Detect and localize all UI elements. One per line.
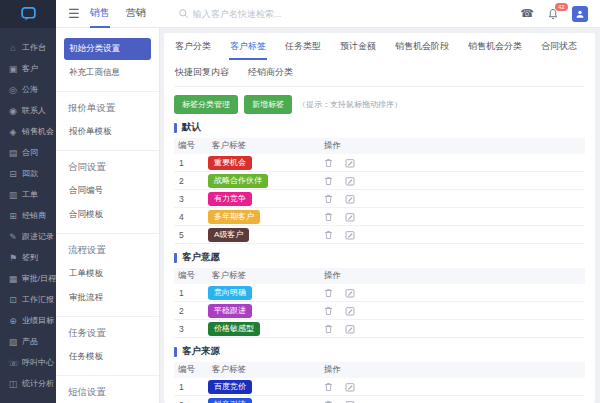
row-operations — [320, 230, 585, 240]
menu-toggle-icon[interactable]: ☰ — [68, 7, 80, 20]
settings-nav-item[interactable]: 初始分类设置 — [64, 38, 151, 60]
category-tab[interactable]: 客户分类 — [174, 34, 212, 60]
sidebar-item[interactable]: ▤ 合同 — [0, 142, 56, 163]
edit-button[interactable] — [345, 176, 355, 186]
settings-nav-item[interactable]: 报价单模板 — [64, 121, 151, 143]
delete-button[interactable] — [324, 324, 333, 334]
sidebar-item[interactable]: ⊕ 业绩目标 — [0, 310, 56, 331]
settings-group-items: 合同编号合同模板 — [56, 180, 159, 226]
category-tab[interactable]: 任务类型 — [284, 34, 322, 60]
tag-badge[interactable]: A级客户 — [208, 228, 249, 242]
sidebar-item[interactable]: ◉ 联系人 — [0, 100, 56, 121]
add-tag-button[interactable]: 新增标签 — [244, 95, 292, 114]
row-number: 5 — [174, 230, 208, 240]
row-number: 3 — [174, 194, 208, 204]
edit-button[interactable] — [345, 324, 355, 334]
category-tab[interactable]: 合同状态 — [540, 34, 578, 60]
delete-button[interactable] — [324, 230, 333, 240]
sidebar-item[interactable]: ◫ 统计分析 — [0, 373, 56, 394]
sidebar-item[interactable]: ☏ 呼叫中心 — [0, 352, 56, 373]
sidebar-item[interactable]: ⚑ 签到 — [0, 247, 56, 268]
delete-button[interactable] — [324, 194, 333, 204]
edit-button[interactable] — [345, 400, 355, 403]
sidebar-item-label: 合同 — [22, 147, 38, 158]
edit-button[interactable] — [345, 212, 355, 222]
edit-icon — [345, 212, 355, 222]
sidebar-item[interactable]: ◈ 销售机会 — [0, 121, 56, 142]
edit-button[interactable] — [345, 230, 355, 240]
edit-button[interactable] — [345, 158, 355, 168]
search-input[interactable] — [193, 9, 363, 19]
delete-button[interactable] — [324, 306, 333, 316]
tag-badge[interactable]: 意向明确 — [208, 286, 252, 300]
settings-nav-item[interactable]: 合同模板 — [64, 204, 151, 226]
table-body: 1 重要机会 — [174, 154, 585, 244]
phone-icon[interactable]: ☎ — [520, 7, 534, 20]
tag-badge[interactable]: 价格敏感型 — [208, 322, 260, 336]
delete-button[interactable] — [324, 176, 333, 186]
sidebar-item[interactable]: ⊞ 经销商 — [0, 205, 56, 226]
category-tab[interactable]: 快捷回复内容 — [174, 60, 230, 86]
category-tab[interactable]: 经销商分类 — [247, 60, 294, 86]
delete-button[interactable] — [324, 400, 333, 403]
header-nav-tab[interactable]: 营销 — [126, 0, 146, 28]
settings-nav-group: 流程设置 工单模板审批流程 — [56, 233, 159, 309]
sidebar-item-label: 签到 — [22, 252, 38, 263]
section-title-text: 客户来源 — [182, 345, 220, 358]
sidebar-item-label: 统计分析 — [22, 378, 54, 389]
tag-badge[interactable]: 百度竞价 — [208, 380, 252, 394]
app-logo[interactable] — [0, 0, 56, 28]
call-center-icon: ☏ — [8, 358, 18, 368]
edit-button[interactable] — [345, 288, 355, 298]
tag-badge[interactable]: 重要机会 — [208, 156, 252, 170]
sidebar-item[interactable]: ▧ 产品 — [0, 331, 56, 352]
category-tab[interactable]: 销售机会分类 — [467, 34, 523, 60]
work-report-icon: ⊡ — [8, 295, 18, 305]
sidebar-item[interactable]: ⊟ 回款 — [0, 163, 56, 184]
row-number: 2 — [174, 176, 208, 186]
tag-badge[interactable]: 多年期客户 — [208, 210, 260, 224]
sidebar-item[interactable]: ▣ 客户 — [0, 58, 56, 79]
tag-badge[interactable]: 有力竞争 — [208, 192, 252, 206]
col-number: 编号 — [174, 140, 208, 152]
sidebar-item[interactable]: ◎ 公海 — [0, 79, 56, 100]
header-nav-tab[interactable]: 销售 — [90, 0, 110, 28]
delete-button[interactable] — [324, 158, 333, 168]
sidebar-item[interactable]: ✎ 跟进记录 — [0, 226, 56, 247]
tag-badge[interactable]: 平稳跟进 — [208, 304, 252, 318]
settings-nav-item[interactable]: 合同编号 — [64, 180, 151, 202]
section-title-text: 默认 — [182, 121, 201, 134]
user-avatar[interactable] — [572, 6, 588, 22]
sidebar-item[interactable]: ▦ 审批/日程 — [0, 268, 56, 289]
col-operations: 操作 — [320, 364, 585, 376]
row-operations — [320, 288, 585, 298]
tag-badge[interactable]: 战略合作伙伴 — [208, 174, 268, 188]
delete-button[interactable] — [324, 382, 333, 392]
settings-nav-item[interactable]: 任务模板 — [64, 346, 151, 368]
tag-section: 默认 编号 客户标签 操作 1 — [174, 121, 585, 244]
sidebar-item[interactable]: ⊡ 工作汇报 — [0, 289, 56, 310]
tag-badge[interactable]: 抖音引流 — [208, 398, 252, 403]
settings-nav-item[interactable]: 补充工商信息 — [64, 62, 151, 84]
notifications-button[interactable]: 42 — [547, 8, 559, 20]
settings-nav-item[interactable]: 工单模板 — [64, 263, 151, 285]
edit-button[interactable] — [345, 382, 355, 392]
tag-table: 编号 客户标签 操作 1 意向明确 — [174, 268, 585, 338]
trash-icon — [324, 382, 333, 392]
edit-button[interactable] — [345, 306, 355, 316]
sidebar-item[interactable]: ⌂ 工作台 — [0, 37, 56, 58]
category-tab[interactable]: 销售机会阶段 — [394, 34, 450, 60]
table-row: 3 价格敏感型 — [174, 320, 585, 338]
delete-button[interactable] — [324, 288, 333, 298]
category-tab[interactable]: 客户标签 — [229, 34, 267, 60]
sidebar-item[interactable]: ▥ 工单 — [0, 184, 56, 205]
check-in-icon: ⚑ — [8, 253, 18, 263]
sidebar-item-label: 工单 — [22, 189, 38, 200]
table-row: 2 战略合作伙伴 — [174, 172, 585, 190]
category-tab[interactable]: 预计金额 — [339, 34, 377, 60]
table-header: 编号 客户标签 操作 — [174, 268, 585, 284]
tag-category-manage-button[interactable]: 标签分类管理 — [174, 95, 238, 114]
settings-nav-item[interactable]: 审批流程 — [64, 287, 151, 309]
edit-button[interactable] — [345, 194, 355, 204]
delete-button[interactable] — [324, 212, 333, 222]
